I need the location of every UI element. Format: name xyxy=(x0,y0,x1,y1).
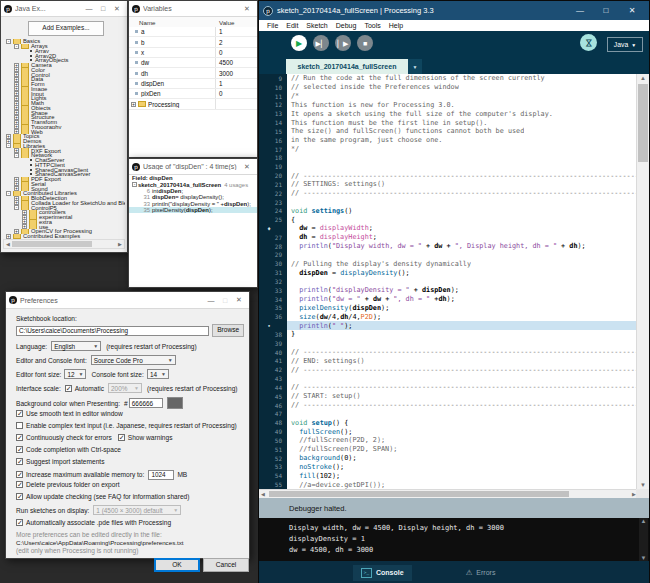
menu-help[interactable]: Help xyxy=(385,22,407,29)
usage-titlebar[interactable]: p Usage of "dispDen" : 4 time(s) ✕ xyxy=(129,159,257,175)
ok-button[interactable]: OK xyxy=(154,558,200,572)
bg-color-swatch[interactable] xyxy=(167,397,183,409)
preference-check-row[interactable]: ✓Continuously check for errors✓Show warn… xyxy=(16,434,172,441)
checkbox[interactable]: ✓ xyxy=(16,481,23,488)
tab-menu-button[interactable]: ▼ xyxy=(408,59,422,74)
menu-debug[interactable]: Debug xyxy=(332,22,361,29)
code-line[interactable]: 32 xyxy=(259,277,638,286)
code-line[interactable]: 21// SETTINGS: settings() xyxy=(259,180,638,189)
collapse-icon[interactable]: - xyxy=(14,153,19,158)
table-row[interactable]: b2 xyxy=(129,37,257,47)
close-icon[interactable]: ✕ xyxy=(240,5,254,13)
code-line[interactable]: 11/* xyxy=(259,92,638,101)
scrollbar-thumb[interactable] xyxy=(12,241,92,247)
tab-errors[interactable]: ⚠ Errors xyxy=(458,565,504,581)
code-line[interactable]: 22// -----------------------------------… xyxy=(259,189,638,198)
code-line[interactable]: 27 dh = displayHeight; xyxy=(259,233,638,242)
collapse-icon[interactable]: - xyxy=(6,39,11,44)
code-line[interactable]: 15The size() and fullScreen() functions … xyxy=(259,127,638,136)
close-icon[interactable]: ✕ xyxy=(110,5,124,13)
code-line[interactable]: 43 xyxy=(259,374,638,383)
code-line[interactable]: 14This function must be the first line i… xyxy=(259,118,638,127)
usage-group-row[interactable]: - sketch_20170414a_fullScreen 4 usages xyxy=(129,181,257,187)
code-line[interactable]: 45// START: setup() xyxy=(259,392,638,401)
close-icon[interactable]: ✕ xyxy=(240,163,254,171)
checkbox[interactable]: ✓ xyxy=(118,434,125,441)
maximize-icon[interactable]: □ xyxy=(593,6,619,15)
memory-input[interactable]: 1024 xyxy=(148,470,174,480)
browse-button[interactable]: Browse xyxy=(212,324,244,337)
breakpoint-icon[interactable]: ♦ xyxy=(259,224,287,233)
code-line[interactable]: 29 xyxy=(259,251,638,260)
code-line[interactable]: 24void settings() xyxy=(259,206,638,215)
scroll-left-icon[interactable]: ◀ xyxy=(4,241,12,247)
code-line[interactable]: 41// END: settings() xyxy=(259,357,638,366)
debug-toggle-button[interactable]: ⋈ xyxy=(580,34,597,51)
table-row[interactable]: +Processing xyxy=(129,99,257,109)
scroll-up-icon[interactable]: ▲ xyxy=(639,518,648,524)
code-line[interactable]: 55 //a=device.getDPI()); xyxy=(259,480,638,489)
menu-file[interactable]: File xyxy=(263,22,282,29)
code-line[interactable]: 30// Pulling the display's density dynam… xyxy=(259,259,638,268)
console-size-select[interactable]: 14▼ xyxy=(147,369,169,379)
preferences-titlebar[interactable]: p Preferences — □ ✕ xyxy=(6,292,249,309)
code-line[interactable]: 42// -----------------------------------… xyxy=(259,365,638,374)
checkbox[interactable]: ✓ xyxy=(16,446,23,453)
tab-console[interactable]: >_ Console xyxy=(353,565,412,581)
code-line[interactable]: 48void setup() { xyxy=(259,418,638,427)
preference-check-row[interactable]: Enable complex text input (i.e. Japanese… xyxy=(16,422,237,429)
code-line[interactable]: 51 //fullScreen(P2D, SPAN); xyxy=(259,445,638,454)
code-line[interactable]: 49 fullScreen(); xyxy=(259,427,638,436)
code-line[interactable]: 39 xyxy=(259,339,638,348)
code-line[interactable]: 18 xyxy=(259,153,638,162)
code-line[interactable]: 16in the same program, just choose one. xyxy=(259,136,638,145)
add-examples-button[interactable]: Add Examples... xyxy=(28,21,104,36)
preference-check-row[interactable]: ✓Delete previous folder on export xyxy=(16,481,119,488)
preference-check-row[interactable]: ✓Increase maximum available memory to:10… xyxy=(16,470,187,480)
table-row[interactable]: x0 xyxy=(129,48,257,58)
checkbox[interactable]: ✓ xyxy=(16,493,23,500)
maximize-icon[interactable]: □ xyxy=(96,5,110,12)
preference-check-row[interactable]: ✓Suggest import statements xyxy=(16,458,104,465)
checkbox[interactable]: ✓ xyxy=(16,471,23,478)
table-row[interactable]: a1 xyxy=(129,27,257,37)
language-select[interactable]: English▼ xyxy=(51,341,101,351)
table-row[interactable]: dispDen1 xyxy=(129,79,257,89)
code-line[interactable]: ♦ dw = displayWidth; xyxy=(259,224,638,233)
menu-tools[interactable]: Tools xyxy=(360,22,384,29)
bg-color-input[interactable]: 666666 xyxy=(129,398,163,408)
code-line[interactable]: 31 dispDen = displayDensity(); xyxy=(259,268,638,277)
editor-size-select[interactable]: 12▼ xyxy=(64,369,86,379)
step-button[interactable]: ▶▏ xyxy=(313,35,329,51)
scroll-left-icon[interactable]: ◀ xyxy=(259,491,267,497)
usage-row[interactable]: 33println("displayDensity = " + dispDen)… xyxy=(129,201,257,207)
expand-icon[interactable]: + xyxy=(131,102,136,107)
code-line[interactable]: 40// -----------------------------------… xyxy=(259,348,638,357)
scroll-right-icon[interactable]: ▶ xyxy=(116,241,124,247)
code-line[interactable]: 10// selected inside the Preferences win… xyxy=(259,83,638,92)
sketchbook-path-input[interactable]: C:\Users\caice\Documents\Processing xyxy=(16,326,209,336)
code-line[interactable]: 19 xyxy=(259,162,638,171)
menu-sketch[interactable]: Sketch xyxy=(302,22,331,29)
assoc-checkbox[interactable]: ✓ xyxy=(16,519,23,526)
code-line[interactable]: • println(" "); xyxy=(259,321,638,330)
cancel-button[interactable]: Cancel xyxy=(203,558,249,572)
tree-item[interactable]: +Contributed Examples xyxy=(3,234,125,239)
checkbox[interactable]: ✓ xyxy=(16,458,23,465)
scroll-up-icon[interactable]: ▲ xyxy=(637,75,649,81)
code-editor[interactable]: 9// Run the code at the full dimensions … xyxy=(259,74,638,489)
examples-titlebar[interactable]: p Java Ex... — □ ✕ xyxy=(1,1,127,17)
code-line[interactable]: 13It opens a sketch using the full size … xyxy=(259,109,638,118)
usage-row[interactable]: 35pixelDensity(dispDen); xyxy=(129,207,257,213)
collapse-icon[interactable]: - xyxy=(6,144,11,149)
code-line[interactable]: 52 background(0); xyxy=(259,454,638,463)
checkbox[interactable] xyxy=(16,422,23,429)
minimize-icon[interactable]: — xyxy=(204,297,218,304)
collapse-icon[interactable]: - xyxy=(132,182,137,187)
main-titlebar[interactable]: p sketch_20170414a_fullScreen | Processi… xyxy=(259,1,649,20)
continue-button[interactable]: ▏▶ xyxy=(335,35,351,51)
examples-horizontal-scrollbar[interactable]: ◀ ▶ xyxy=(3,239,125,249)
close-icon[interactable]: ✕ xyxy=(232,296,246,304)
code-line[interactable]: 12This function is new for Processing 3.… xyxy=(259,100,638,109)
editor-vertical-scrollbar[interactable]: ▲ ▼ xyxy=(636,74,649,489)
